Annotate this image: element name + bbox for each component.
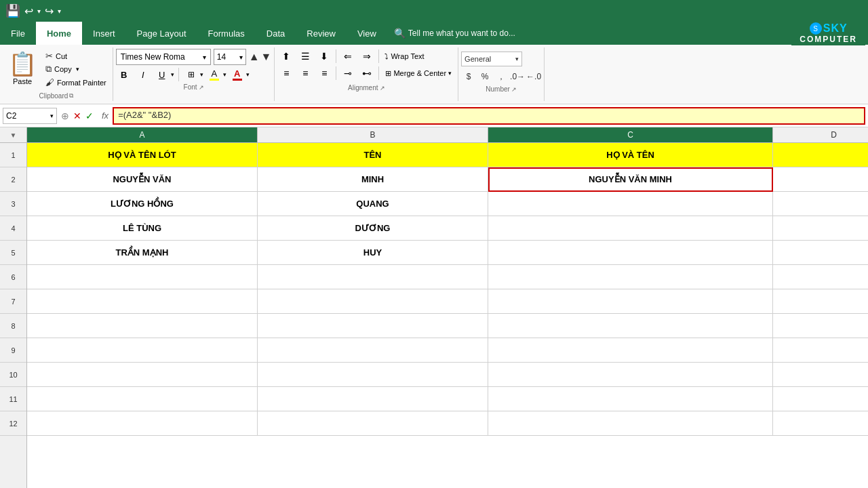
cell-b8[interactable] xyxy=(258,314,488,338)
align-right-button[interactable]: ≡ xyxy=(315,66,333,81)
cell-b10[interactable] xyxy=(258,363,488,387)
cell-a10[interactable] xyxy=(27,363,258,387)
row-header-4[interactable]: 4 xyxy=(0,216,26,241)
cell-c11[interactable] xyxy=(488,387,773,411)
cell-b5[interactable]: HUY xyxy=(258,241,488,265)
tab-formulas[interactable]: Formulas xyxy=(197,22,256,45)
top-align-button[interactable]: ⬆ xyxy=(277,49,295,64)
indent-right-button[interactable]: ⇒ xyxy=(358,49,376,64)
row-header-3[interactable]: 3 xyxy=(0,192,26,216)
underline-group[interactable]: U ▾ xyxy=(154,67,174,82)
corner-cell[interactable]: ▼ xyxy=(0,127,27,142)
cell-d8[interactable] xyxy=(773,314,868,338)
decrease-decimal-button[interactable]: ←.0 xyxy=(526,69,541,84)
underline-button[interactable]: U xyxy=(154,67,170,82)
comma-button[interactable]: ， xyxy=(494,69,509,84)
font-name-dropdown[interactable]: Times New Roma ▾ xyxy=(116,49,211,65)
row-header-9[interactable]: 9 xyxy=(0,338,26,363)
cell-a3[interactable]: LƯƠNG HỒNG xyxy=(27,192,258,216)
cell-a7[interactable] xyxy=(27,289,258,314)
cell-c4[interactable] xyxy=(488,216,773,241)
row-header-7[interactable]: 7 xyxy=(0,289,26,314)
bottom-align-button[interactable]: ⬇ xyxy=(315,49,333,64)
cell-d1[interactable] xyxy=(773,143,868,167)
cell-b4[interactable]: DƯƠNG xyxy=(258,216,488,241)
tab-review[interactable]: Review xyxy=(296,22,347,45)
align-left-button[interactable]: ≡ xyxy=(277,66,295,81)
col-header-a[interactable]: A xyxy=(27,127,258,142)
cell-a5[interactable]: TRẦN MẠNH xyxy=(27,241,258,265)
indent-left-button[interactable]: ⇐ xyxy=(339,49,357,64)
merge-dropdown[interactable]: ▾ xyxy=(448,70,452,77)
undo-icon[interactable]: ↩ xyxy=(24,5,33,18)
font-color-button[interactable]: A xyxy=(229,67,245,82)
tab-home[interactable]: Home xyxy=(36,22,82,45)
row-header-10[interactable]: 10 xyxy=(0,363,26,387)
cell-ref-arrow[interactable]: ▾ xyxy=(50,113,54,119)
row-header-5[interactable]: 5 xyxy=(0,241,26,265)
cell-c7[interactable] xyxy=(488,289,773,314)
fill-color-group[interactable]: A ▾ xyxy=(206,67,226,82)
copy-button[interactable]: ⧉ Copy ▾ xyxy=(43,63,108,75)
row-header-11[interactable]: 11 xyxy=(0,387,26,411)
border-group[interactable]: ⊞ ▾ xyxy=(183,67,203,82)
font-size-arrow[interactable]: ▾ xyxy=(239,54,243,61)
cell-b12[interactable] xyxy=(258,411,488,436)
increase-decimal-button[interactable]: .0→ xyxy=(510,69,525,84)
cell-d3[interactable] xyxy=(773,192,868,216)
cell-b9[interactable] xyxy=(258,338,488,363)
tab-file[interactable]: File xyxy=(0,22,36,45)
expand-formula-icon[interactable]: ⊕ xyxy=(61,110,69,121)
font-color-dropdown[interactable]: ▾ xyxy=(246,71,250,78)
row-header-1[interactable]: 1 xyxy=(0,143,26,167)
tab-view[interactable]: View xyxy=(347,22,387,45)
fill-color-button[interactable]: A xyxy=(206,67,222,82)
number-format-dropdown[interactable]: General ▾ xyxy=(461,52,522,66)
cell-d4[interactable] xyxy=(773,216,868,241)
cut-button[interactable]: ✂ Cut xyxy=(43,50,108,62)
cell-b1[interactable]: TÊN xyxy=(258,143,488,167)
cell-d6[interactable] xyxy=(773,265,868,289)
cell-a6[interactable] xyxy=(27,265,258,289)
col-header-d[interactable]: D xyxy=(773,127,868,142)
underline-dropdown[interactable]: ▾ xyxy=(171,71,174,78)
bold-button[interactable]: B xyxy=(116,67,132,82)
cell-b2[interactable]: MINH xyxy=(258,167,488,192)
cell-c8[interactable] xyxy=(488,314,773,338)
number-format-arrow[interactable]: ▾ xyxy=(515,56,519,62)
cell-reference-box[interactable]: C2 ▾ xyxy=(3,108,57,124)
cell-c9[interactable] xyxy=(488,338,773,363)
row-header-2[interactable]: 2 xyxy=(0,167,26,192)
font-color-group[interactable]: A ▾ xyxy=(229,67,250,82)
wrap-text-button[interactable]: ⤵ Wrap Text xyxy=(382,52,427,61)
paste-button[interactable]: 📋 Paste xyxy=(4,49,41,87)
cell-b11[interactable] xyxy=(258,387,488,411)
row-header-6[interactable]: 6 xyxy=(0,265,26,289)
cell-a2[interactable]: NGUYỄN VĂN xyxy=(27,167,258,192)
cell-a8[interactable] xyxy=(27,314,258,338)
cell-a1[interactable]: HỌ VÀ TÊN LÓT xyxy=(27,143,258,167)
percent-button[interactable]: % xyxy=(477,69,492,84)
number-expander[interactable]: ↗ xyxy=(511,86,517,93)
border-button[interactable]: ⊞ xyxy=(183,67,199,82)
cell-c3[interactable] xyxy=(488,192,773,216)
clipboard-expander[interactable]: ⧉ xyxy=(69,92,73,100)
cell-c2[interactable]: NGUYỄN VĂN MINH xyxy=(488,167,773,192)
cell-a12[interactable] xyxy=(27,411,258,436)
cell-c1[interactable]: HỌ VÀ TÊN xyxy=(488,143,773,167)
format-painter-button[interactable]: 🖌 Format Painter xyxy=(43,77,108,88)
cell-c10[interactable] xyxy=(488,363,773,387)
undo-dropdown-icon[interactable]: ▾ xyxy=(37,7,41,15)
cell-c5[interactable] xyxy=(488,241,773,265)
cell-c12[interactable] xyxy=(488,411,773,436)
font-size-dropdown[interactable]: 14 ▾ xyxy=(214,49,246,65)
customize-icon[interactable]: ▾ xyxy=(58,7,61,15)
cell-d9[interactable] xyxy=(773,338,868,363)
tell-me-bar[interactable]: 🔍 Tell me what you want to do... xyxy=(387,28,791,39)
align-center-button[interactable]: ≡ xyxy=(296,66,314,81)
cell-a4[interactable]: LÊ TÙNG xyxy=(27,216,258,241)
row-header-8[interactable]: 8 xyxy=(0,314,26,338)
cell-b6[interactable] xyxy=(258,265,488,289)
col-header-b[interactable]: B xyxy=(258,127,488,142)
font-name-arrow[interactable]: ▾ xyxy=(203,54,206,61)
